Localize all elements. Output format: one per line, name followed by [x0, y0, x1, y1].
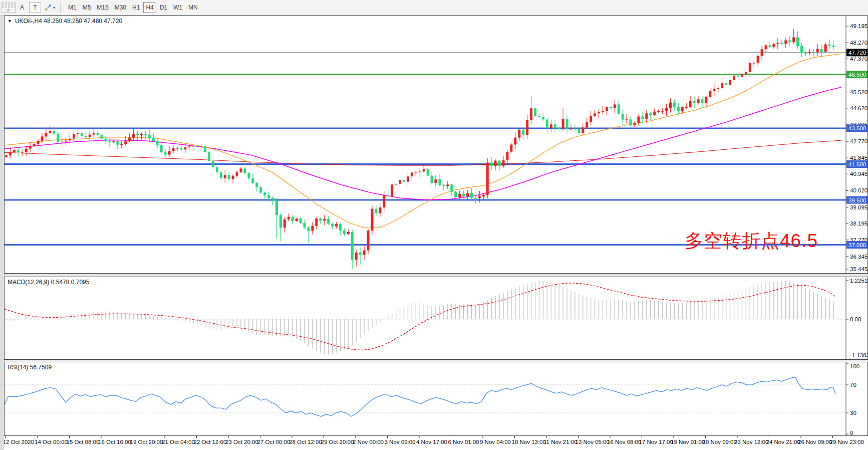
macd-plot[interactable]: 1.22510.00-1.1383: [5, 277, 867, 359]
svg-text:29 Oct 20:00: 29 Oct 20:00: [321, 439, 354, 445]
text-tool-button[interactable]: T: [29, 2, 41, 13]
svg-text:46.500: 46.500: [848, 72, 866, 78]
timeframe-button-m5[interactable]: M5: [80, 2, 94, 13]
svg-text:15 Oct 08:00: 15 Oct 08:00: [67, 439, 100, 445]
timeframe-button-h4[interactable]: H4: [143, 2, 156, 13]
svg-text:10 Nov 13:00: 10 Nov 13:00: [512, 439, 546, 445]
svg-text:23 Nov 12:00: 23 Nov 12:00: [734, 439, 768, 445]
svg-text:44.620: 44.620: [850, 105, 867, 111]
arrows-tool-button[interactable]: ▾: [42, 2, 58, 13]
svg-text:35.445: 35.445: [850, 266, 867, 272]
svg-text:20 Nov 09:00: 20 Nov 09:00: [703, 439, 737, 445]
timeframe-button-m15[interactable]: M15: [94, 2, 111, 13]
svg-text:12 Oct 2020: 12 Oct 2020: [4, 439, 34, 445]
svg-text:36.345: 36.345: [850, 254, 867, 260]
rsi-plot[interactable]: 10070300: [5, 362, 867, 435]
svg-text:47.720: 47.720: [848, 50, 866, 56]
time-axis[interactable]: 12 Oct 202014 Oct 00:0015 Oct 08:0016 Oc…: [4, 436, 868, 450]
svg-text:4 Nov 17:00: 4 Nov 17:00: [416, 439, 447, 445]
svg-text:0: 0: [850, 430, 853, 435]
grid-handle-icon[interactable]: F: [2, 3, 16, 13]
svg-text:19 Nov 01:00: 19 Nov 01:00: [671, 439, 705, 445]
timeframe-button-mn[interactable]: MN: [186, 2, 200, 13]
timeframe-button-m30[interactable]: M30: [112, 2, 129, 13]
svg-text:11 Nov 21:00: 11 Nov 21:00: [543, 439, 577, 445]
svg-text:45.520: 45.520: [850, 89, 867, 95]
svg-text:42.770: 42.770: [850, 138, 867, 144]
svg-text:43.500: 43.500: [848, 125, 866, 131]
timeframe-button-m1[interactable]: M1: [66, 2, 79, 13]
svg-text:0.00: 0.00: [850, 316, 861, 322]
svg-text:9 Nov 04:00: 9 Nov 04:00: [480, 439, 511, 445]
symbol-title: ▼ UKOil-,H4 48.250 48.250 47.480 47.720: [8, 18, 122, 25]
svg-text:26 Nov 09:00: 26 Nov 09:00: [798, 439, 832, 445]
svg-text:30: 30: [850, 410, 856, 416]
timeframe-button-w1[interactable]: W1: [171, 2, 185, 13]
svg-text:6 Nov 01:00: 6 Nov 01:00: [448, 439, 479, 445]
svg-text:21 Oct 04:00: 21 Oct 04:00: [162, 439, 195, 445]
svg-text:1.2251: 1.2251: [850, 278, 867, 284]
svg-text:23 Oct 20:00: 23 Oct 20:00: [225, 439, 258, 445]
macd-label: MACD(12,26,9) 0.5478 0.7095: [8, 279, 89, 286]
svg-text:16 Oct 16:00: 16 Oct 16:00: [98, 439, 131, 445]
svg-text:47.370: 47.370: [850, 56, 867, 62]
font-button[interactable]: A: [16, 2, 28, 13]
svg-text:70: 70: [850, 382, 856, 388]
time-axis-labels: 12 Oct 202014 Oct 00:0015 Oct 08:0016 Oc…: [4, 436, 868, 450]
svg-text:-1.1383: -1.1383: [850, 352, 867, 358]
svg-text:39.095: 39.095: [850, 204, 867, 210]
svg-text:29 Nov 23:00: 29 Nov 23:00: [830, 439, 864, 445]
svg-text:2 Nov 00:00: 2 Nov 00:00: [353, 439, 384, 445]
double-arrow-icon: [45, 4, 52, 11]
symbol-ohlc-text: UKOil-,H4 48.250 48.250 47.480 47.720: [15, 18, 122, 25]
toolbar-separator: [60, 3, 63, 13]
svg-text:38.195: 38.195: [850, 220, 867, 227]
svg-text:24 Nov 21:00: 24 Nov 21:00: [766, 439, 800, 445]
svg-text:100: 100: [850, 363, 859, 369]
chart-annotation-text[interactable]: 多空转折点46.5: [685, 229, 818, 254]
main-chart-panel[interactable]: ▼ UKOil-,H4 48.250 48.250 47.480 47.720 …: [4, 16, 868, 274]
timeframe-button-h1[interactable]: H1: [130, 2, 142, 13]
svg-text:3 Nov 09:00: 3 Nov 09:00: [385, 439, 416, 445]
svg-text:27 Oct 00:00: 27 Oct 00:00: [257, 439, 291, 445]
svg-text:39.500: 39.500: [848, 197, 866, 203]
svg-text:28 Oct 12:00: 28 Oct 12:00: [289, 439, 322, 445]
macd-panel[interactable]: MACD(12,26,9) 0.5478 0.7095 1.22510.00-1…: [4, 277, 868, 360]
svg-text:14 Oct 00:00: 14 Oct 00:00: [35, 439, 68, 445]
symbol-dropdown-icon[interactable]: ▼: [8, 19, 12, 24]
svg-text:19 Oct 20:00: 19 Oct 20:00: [130, 439, 163, 445]
top-toolbar: F A T ▾ M1M5M15M30H1H4D1W1MN: [0, 0, 868, 16]
svg-text:17 Nov 17:00: 17 Nov 17:00: [639, 439, 673, 445]
chevron-down-icon: ▾: [53, 6, 55, 10]
svg-text:22 Oct 12:00: 22 Oct 12:00: [194, 439, 227, 445]
timeframe-group: M1M5M15M30H1H4D1W1MN: [65, 2, 201, 13]
svg-text:13 Nov 05:00: 13 Nov 05:00: [575, 439, 610, 445]
svg-text:41.500: 41.500: [848, 161, 866, 167]
svg-text:40.945: 40.945: [850, 171, 867, 177]
svg-text:41.845: 41.845: [850, 155, 867, 161]
timeframe-button-d1[interactable]: D1: [157, 2, 170, 13]
rsi-panel[interactable]: RSI(14) 56.7509 10070300: [4, 362, 868, 436]
svg-text:40.020: 40.020: [850, 187, 867, 193]
svg-text:37.000: 37.000: [848, 242, 866, 248]
svg-text:49.195: 49.195: [850, 23, 867, 29]
svg-text:48.270: 48.270: [850, 40, 867, 46]
svg-text:16 Nov 08:00: 16 Nov 08:00: [607, 439, 641, 445]
rsi-label: RSI(14) 56.7509: [8, 364, 52, 371]
